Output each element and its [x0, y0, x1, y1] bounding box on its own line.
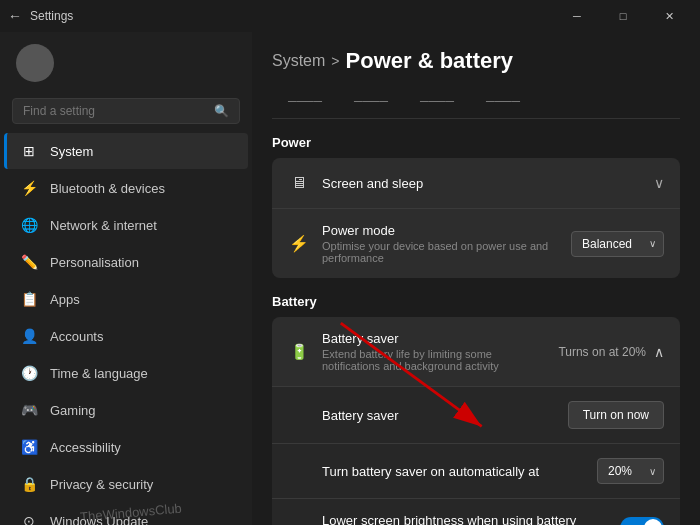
power-mode-text: Power mode Optimise your device based on… — [322, 223, 559, 264]
back-icon[interactable]: ← — [8, 8, 22, 24]
sidebar-item-label: Gaming — [50, 403, 96, 418]
sidebar-item-windows-update[interactable]: ⊙ Windows Update — [4, 503, 248, 525]
tab-4[interactable]: ──── — [470, 86, 536, 118]
power-card: 🖥 Screen and sleep ∨ ⚡ Power mode Optimi… — [272, 158, 680, 278]
tab-2[interactable]: ──── — [338, 86, 404, 118]
power-mode-subtitle: Optimise your device based on power use … — [322, 240, 559, 264]
auto-battery-right[interactable]: 20% ∨ — [597, 458, 664, 484]
battery-saver-status: Turns on at 20% — [558, 345, 646, 359]
screen-sleep-row[interactable]: 🖥 Screen and sleep ∨ — [272, 158, 680, 209]
battery-saver-text: Battery saver Extend battery life by lim… — [322, 331, 546, 372]
sidebar-item-label: Bluetooth & devices — [50, 181, 165, 196]
toggle-thumb — [644, 519, 662, 525]
bluetooth-icon: ⚡ — [20, 179, 38, 197]
sidebar-item-label: Accessibility — [50, 440, 121, 455]
apps-icon: 📋 — [20, 290, 38, 308]
sidebar-item-apps[interactable]: 📋 Apps — [4, 281, 248, 317]
screen-sleep-text: Screen and sleep — [322, 176, 642, 191]
battery-saver-row: Battery saver Turn on now — [272, 387, 680, 444]
lower-brightness-row: Lower screen brightness when using batte… — [272, 499, 680, 525]
power-mode-dropdown-wrapper[interactable]: Balanced ∨ — [571, 231, 664, 257]
sidebar-item-label: Apps — [50, 292, 80, 307]
battery-saver-title: Battery saver — [322, 331, 546, 346]
sidebar-item-network[interactable]: 🌐 Network & internet — [4, 207, 248, 243]
avatar — [16, 44, 54, 82]
sidebar-item-accounts[interactable]: 👤 Accounts — [4, 318, 248, 354]
sidebar-item-gaming[interactable]: 🎮 Gaming — [4, 392, 248, 428]
screen-sleep-chevron: ∨ — [654, 175, 664, 191]
sidebar-item-accessibility[interactable]: ♿ Accessibility — [4, 429, 248, 465]
battery-saver-row-title: Battery saver — [322, 408, 556, 423]
screen-sleep-icon: 🖥 — [288, 172, 310, 194]
breadcrumb-current: Power & battery — [346, 48, 514, 74]
auto-battery-title: Turn battery saver on automatically at — [322, 464, 585, 479]
auto-battery-dropdown-wrapper[interactable]: 20% ∨ — [597, 458, 664, 484]
sidebar: 🔍 ⊞ System ⚡ Bluetooth & devices 🌐 Netwo… — [0, 32, 252, 525]
breadcrumb-parent: System — [272, 52, 325, 70]
power-section-label: Power — [272, 135, 680, 150]
sidebar-item-time[interactable]: 🕐 Time & language — [4, 355, 248, 391]
content-wrapper: System > Power & battery ──── ──── ──── … — [252, 32, 700, 525]
content-area: System > Power & battery ──── ──── ──── … — [252, 32, 700, 525]
battery-saver-row-text: Battery saver — [322, 408, 556, 423]
sidebar-item-label: Time & language — [50, 366, 148, 381]
expand-button[interactable]: ∧ — [654, 344, 664, 360]
battery-saver-header[interactable]: 🔋 Battery saver Extend battery life by l… — [272, 317, 680, 387]
power-mode-icon: ⚡ — [288, 233, 310, 255]
maximize-button[interactable]: □ — [600, 0, 646, 32]
breadcrumb: System > Power & battery — [272, 32, 680, 86]
system-icon: ⊞ — [20, 142, 38, 160]
app-title: Settings — [30, 9, 73, 23]
sidebar-item-label: System — [50, 144, 93, 159]
sidebar-item-privacy[interactable]: 🔒 Privacy & security — [4, 466, 248, 502]
sidebar-item-label: Personalisation — [50, 255, 139, 270]
sidebar-item-label: Windows Update — [50, 514, 148, 526]
main-layout: 🔍 ⊞ System ⚡ Bluetooth & devices 🌐 Netwo… — [0, 32, 700, 525]
nav-list: ⊞ System ⚡ Bluetooth & devices 🌐 Network… — [0, 132, 252, 525]
screen-sleep-right: ∨ — [654, 175, 664, 191]
lower-brightness-title: Lower screen brightness when using batte… — [322, 513, 608, 525]
breadcrumb-chevron: > — [331, 53, 339, 69]
battery-card: 🔋 Battery saver Extend battery life by l… — [272, 317, 680, 525]
titlebar-left: ← Settings — [8, 8, 73, 24]
sidebar-item-label: Network & internet — [50, 218, 157, 233]
network-icon: 🌐 — [20, 216, 38, 234]
power-mode-dropdown[interactable]: Balanced — [571, 231, 664, 257]
privacy-icon: 🔒 — [20, 475, 38, 493]
turn-on-now-button[interactable]: Turn on now — [568, 401, 664, 429]
search-icon: 🔍 — [214, 104, 229, 118]
minimize-button[interactable]: ─ — [554, 0, 600, 32]
gaming-icon: 🎮 — [20, 401, 38, 419]
power-mode-right[interactable]: Balanced ∨ — [571, 231, 664, 257]
time-icon: 🕐 — [20, 364, 38, 382]
sidebar-item-personalisation[interactable]: ✏️ Personalisation — [4, 244, 248, 280]
tabs-row: ──── ──── ──── ──── — [272, 86, 680, 119]
battery-saver-row-right[interactable]: Turn on now — [568, 401, 664, 429]
search-input[interactable] — [23, 104, 206, 118]
sidebar-profile[interactable] — [0, 32, 252, 94]
sidebar-item-bluetooth[interactable]: ⚡ Bluetooth & devices — [4, 170, 248, 206]
titlebar: ← Settings ─ □ ✕ — [0, 0, 700, 32]
sidebar-item-system[interactable]: ⊞ System — [4, 133, 248, 169]
screen-sleep-title: Screen and sleep — [322, 176, 642, 191]
battery-saver-right: Turns on at 20% ∧ — [558, 344, 664, 360]
lower-brightness-right[interactable] — [620, 517, 664, 525]
battery-saver-subtitle: Extend battery life by limiting some not… — [322, 348, 546, 372]
auto-battery-row: Turn battery saver on automatically at 2… — [272, 444, 680, 499]
auto-battery-text: Turn battery saver on automatically at — [322, 464, 585, 479]
titlebar-controls: ─ □ ✕ — [554, 0, 692, 32]
tab-1[interactable]: ──── — [272, 86, 338, 118]
personalisation-icon: ✏️ — [20, 253, 38, 271]
lower-brightness-toggle[interactable] — [620, 517, 664, 525]
search-box[interactable]: 🔍 — [12, 98, 240, 124]
sidebar-item-label: Accounts — [50, 329, 103, 344]
power-mode-title: Power mode — [322, 223, 559, 238]
lower-brightness-text: Lower screen brightness when using batte… — [322, 513, 608, 525]
battery-icon: 🔋 — [288, 341, 310, 363]
power-mode-row[interactable]: ⚡ Power mode Optimise your device based … — [272, 209, 680, 278]
auto-battery-dropdown[interactable]: 20% — [597, 458, 664, 484]
close-button[interactable]: ✕ — [646, 0, 692, 32]
battery-section-label: Battery — [272, 294, 680, 309]
tab-3[interactable]: ──── — [404, 86, 470, 118]
accounts-icon: 👤 — [20, 327, 38, 345]
